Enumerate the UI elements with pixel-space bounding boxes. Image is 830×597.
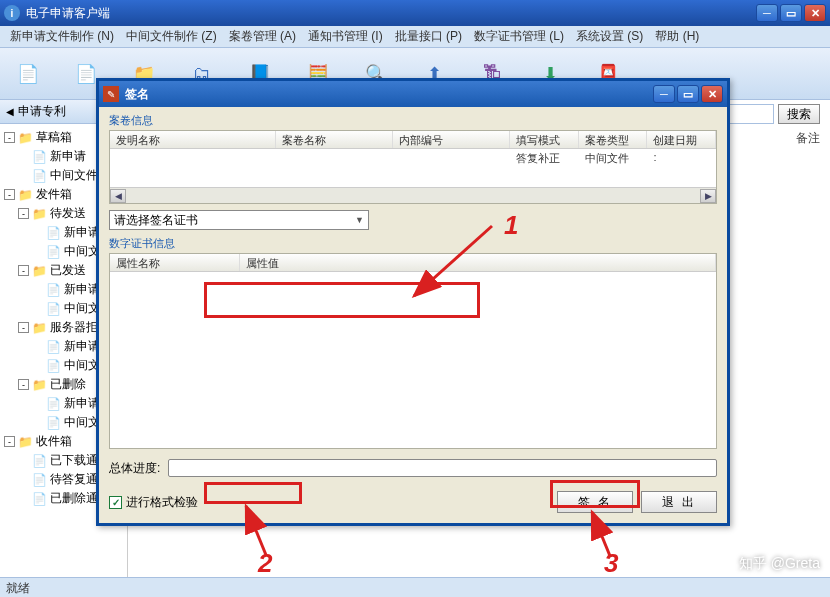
- folder-icon: 📄: [45, 359, 61, 373]
- col-attr-value[interactable]: 属性值: [240, 254, 716, 271]
- case-row[interactable]: 答复补正 中间文件 :: [110, 149, 716, 167]
- checkbox-icon: ✓: [109, 496, 122, 509]
- scroll-left-icon[interactable]: ◀: [110, 189, 126, 203]
- folder-icon: 📁: [31, 378, 47, 392]
- col-remark: 备注: [796, 130, 820, 147]
- folder-icon: 📄: [45, 245, 61, 259]
- expand-icon[interactable]: -: [4, 132, 15, 143]
- search-button[interactable]: 搜索: [778, 104, 820, 124]
- format-check-label: 进行格式检验: [126, 494, 198, 511]
- maximize-button[interactable]: ▭: [780, 4, 802, 22]
- menu-help[interactable]: 帮助 (H): [649, 26, 705, 47]
- col-case-type[interactable]: 案卷类型: [579, 131, 648, 148]
- toolbar-button-0[interactable]: 📄: [8, 56, 48, 92]
- chevron-down-icon: ▼: [355, 215, 364, 225]
- tree-label: 中间文: [64, 300, 100, 317]
- expand-icon[interactable]: -: [18, 265, 29, 276]
- cert-info-label: 数字证书信息: [109, 236, 717, 251]
- menu-intermediate-file[interactable]: 中间文件制作 (Z): [120, 26, 223, 47]
- col-case-name[interactable]: 案卷名称: [276, 131, 393, 148]
- folder-icon: 📄: [31, 169, 47, 183]
- tree-label: 新申请: [64, 338, 100, 355]
- close-button[interactable]: ✕: [804, 4, 826, 22]
- signature-dialog: ✎ 签名 ─ ▭ ✕ 案卷信息 发明名称 案卷名称 内部编号 填写模式 案卷类型…: [96, 78, 730, 526]
- expand-icon[interactable]: -: [4, 189, 15, 200]
- cert-select[interactable]: 请选择签名证书 ▼: [109, 210, 369, 230]
- expand-icon[interactable]: -: [18, 322, 29, 333]
- menu-notice-management[interactable]: 通知书管理 (I): [302, 26, 389, 47]
- dialog-titlebar: ✎ 签名 ─ ▭ ✕: [99, 81, 727, 107]
- sidebar-title: 申请专利: [18, 103, 66, 120]
- watermark: 知乎 @Greta: [739, 555, 820, 573]
- folder-icon: 📁: [17, 188, 33, 202]
- col-internal-no[interactable]: 内部编号: [393, 131, 510, 148]
- menu-system-settings[interactable]: 系统设置 (S): [570, 26, 649, 47]
- expand-icon[interactable]: -: [18, 208, 29, 219]
- col-create-date[interactable]: 创建日期: [647, 131, 716, 148]
- case-info-label: 案卷信息: [109, 113, 717, 128]
- tree-label: 中间文: [64, 357, 100, 374]
- main-titlebar: i 电子申请客户端 ─ ▭ ✕: [0, 0, 830, 26]
- case-info-panel: 发明名称 案卷名称 内部编号 填写模式 案卷类型 创建日期 答复补正 中间文件 …: [109, 130, 717, 204]
- dialog-icon: ✎: [103, 86, 119, 102]
- tree-label: 已发送: [50, 262, 86, 279]
- tree-label: 新申请: [50, 148, 86, 165]
- exit-button[interactable]: 退 出: [641, 491, 717, 513]
- folder-icon: 📁: [31, 207, 47, 221]
- case-header: 发明名称 案卷名称 内部编号 填写模式 案卷类型 创建日期: [110, 131, 716, 149]
- menu-case-management[interactable]: 案卷管理 (A): [223, 26, 302, 47]
- tree-label: 中间文: [64, 243, 100, 260]
- col-fill-mode[interactable]: 填写模式: [510, 131, 579, 148]
- folder-icon: 📁: [17, 435, 33, 449]
- cert-select-label: 请选择签名证书: [114, 212, 198, 229]
- folder-icon: 📄: [31, 492, 47, 506]
- tree-label: 草稿箱: [36, 129, 72, 146]
- folder-icon: 📁: [17, 131, 33, 145]
- menu-batch-interface[interactable]: 批量接口 (P): [389, 26, 468, 47]
- tree-label: 新申请: [64, 224, 100, 241]
- expand-icon[interactable]: -: [4, 436, 15, 447]
- folder-icon: 📄: [45, 416, 61, 430]
- folder-icon: 📄: [31, 454, 47, 468]
- toolbar-icon: 📄: [12, 58, 44, 90]
- menubar: 新申请文件制作 (N) 中间文件制作 (Z) 案卷管理 (A) 通知书管理 (I…: [0, 26, 830, 48]
- progress-label: 总体进度:: [109, 460, 160, 477]
- folder-icon: 📄: [45, 340, 61, 354]
- folder-icon: 📄: [45, 302, 61, 316]
- folder-icon: 📄: [45, 226, 61, 240]
- folder-icon: 📄: [31, 473, 47, 487]
- folder-icon: 📄: [45, 397, 61, 411]
- minimize-button[interactable]: ─: [756, 4, 778, 22]
- dialog-minimize-button[interactable]: ─: [653, 85, 675, 103]
- col-attr-name[interactable]: 属性名称: [110, 254, 240, 271]
- folder-icon: 📄: [31, 150, 47, 164]
- folder-icon: 📁: [31, 321, 47, 335]
- expand-icon[interactable]: -: [18, 379, 29, 390]
- col-invention-name[interactable]: 发明名称: [110, 131, 276, 148]
- folder-icon: 📄: [45, 283, 61, 297]
- dialog-maximize-button[interactable]: ▭: [677, 85, 699, 103]
- menu-new-application[interactable]: 新申请文件制作 (N): [4, 26, 120, 47]
- app-icon: i: [4, 5, 20, 21]
- folder-icon: 📁: [31, 264, 47, 278]
- tree-label: 新申请: [64, 395, 100, 412]
- cert-info-panel: 属性名称 属性值: [109, 253, 717, 449]
- dialog-close-button[interactable]: ✕: [701, 85, 723, 103]
- chevron-left-icon: ◀: [6, 106, 14, 117]
- sign-button[interactable]: 签 名: [557, 491, 633, 513]
- tree-label: 待发送: [50, 205, 86, 222]
- case-scrollbar[interactable]: ◀ ▶: [110, 187, 716, 203]
- tree-label: 已删除: [50, 376, 86, 393]
- statusbar: 就绪: [0, 577, 830, 597]
- tree-label: 中间文件: [50, 167, 98, 184]
- tree-label: 发件箱: [36, 186, 72, 203]
- tree-label: 新申请: [64, 281, 100, 298]
- scroll-right-icon[interactable]: ▶: [700, 189, 716, 203]
- progress-bar: [168, 459, 717, 477]
- format-check-checkbox[interactable]: ✓ 进行格式检验: [109, 494, 198, 511]
- menu-cert-management[interactable]: 数字证书管理 (L): [468, 26, 570, 47]
- tree-label: 中间文: [64, 414, 100, 431]
- tree-label: 收件箱: [36, 433, 72, 450]
- dialog-title: 签名: [125, 86, 653, 103]
- app-title: 电子申请客户端: [26, 5, 756, 22]
